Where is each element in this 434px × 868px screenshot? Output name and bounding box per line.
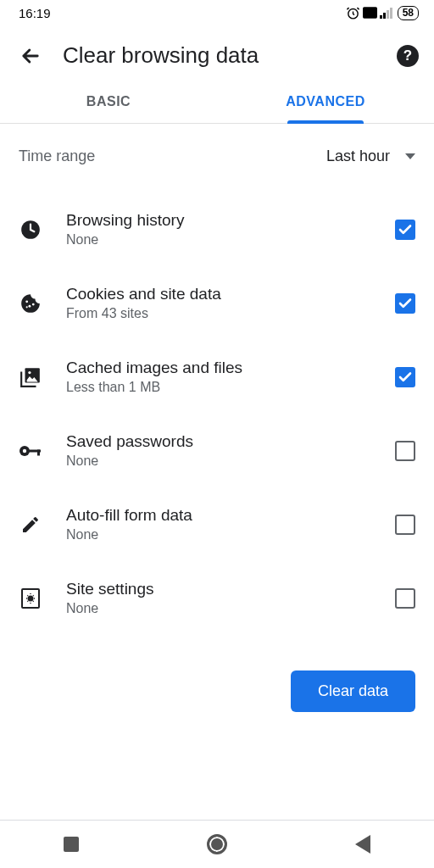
item-browsing-history[interactable]: Browsing history None	[0, 192, 434, 266]
clock-icon	[19, 219, 42, 241]
svg-point-10	[26, 306, 28, 308]
nav-recents-icon[interactable]	[64, 837, 79, 852]
svg-point-7	[25, 300, 28, 303]
svg-rect-1	[363, 7, 377, 19]
nav-home-icon[interactable]	[207, 834, 227, 854]
options-list: Browsing history None Cookies and site d…	[0, 186, 434, 642]
status-time: 16:19	[19, 6, 51, 20]
svg-point-8	[29, 304, 31, 307]
chevron-down-icon	[405, 153, 415, 159]
checkbox-autofill[interactable]	[395, 515, 415, 535]
time-range-select[interactable]: Last hour	[326, 147, 415, 165]
battery-level: 58	[403, 7, 414, 19]
volte-icon	[363, 7, 377, 19]
images-icon	[19, 366, 42, 388]
item-text: Browsing history None	[66, 211, 371, 248]
status-bar: 16:19 58	[0, 0, 434, 25]
item-title: Auto-fill form data	[66, 506, 371, 525]
clear-button-wrap: Clear data	[0, 642, 434, 712]
app-bar: Clear browsing data ?	[0, 25, 434, 82]
item-sub: Less than 1 MB	[66, 380, 371, 395]
item-cached[interactable]: Cached images and files Less than 1 MB	[0, 340, 434, 414]
time-range-label: Time range	[19, 147, 95, 165]
svg-rect-3	[383, 13, 386, 19]
item-sub: From 43 sites	[66, 306, 371, 321]
time-range-row: Time range Last hour	[0, 124, 434, 186]
svg-point-9	[32, 303, 35, 305]
nav-back-icon[interactable]	[355, 835, 370, 854]
back-icon[interactable]	[19, 44, 42, 68]
item-text: Auto-fill form data None	[66, 506, 371, 542]
item-sub: None	[66, 232, 371, 248]
item-title: Browsing history	[66, 211, 371, 230]
signal-icon	[380, 7, 394, 19]
navigation-bar	[0, 821, 434, 868]
cookie-icon	[19, 292, 42, 314]
item-title: Site settings	[66, 580, 371, 598]
checkbox-passwords[interactable]	[395, 441, 415, 461]
svg-rect-16	[37, 449, 40, 455]
alarm-icon	[346, 6, 360, 20]
item-text: Cookies and site data From 43 sites	[66, 285, 371, 321]
item-text: Saved passwords None	[66, 432, 371, 469]
item-sub: None	[66, 453, 371, 469]
svg-rect-4	[387, 10, 389, 19]
item-autofill[interactable]: Auto-fill form data None	[0, 487, 434, 561]
tab-advanced[interactable]: ADVANCED	[217, 82, 434, 123]
item-sub: None	[66, 527, 371, 542]
svg-point-18	[29, 596, 33, 600]
svg-point-14	[23, 448, 26, 452]
page-title: Clear browsing data	[63, 42, 376, 69]
item-text: Cached images and files Less than 1 MB	[66, 359, 371, 395]
tabs: BASIC ADVANCED	[0, 82, 434, 124]
item-title: Saved passwords	[66, 432, 371, 451]
item-site-settings[interactable]: Site settings None	[0, 561, 434, 635]
checkbox-site-settings[interactable]	[395, 588, 415, 609]
item-text: Site settings None	[66, 580, 371, 616]
pencil-icon	[19, 515, 42, 535]
help-icon[interactable]: ?	[397, 45, 419, 67]
checkbox-browsing-history[interactable]	[395, 220, 415, 240]
checkbox-cookies[interactable]	[395, 293, 415, 314]
clear-data-button[interactable]: Clear data	[291, 670, 415, 712]
svg-point-12	[28, 370, 31, 373]
tab-basic[interactable]: BASIC	[0, 82, 217, 123]
status-icons	[346, 6, 394, 20]
time-range-value: Last hour	[326, 147, 390, 165]
checkbox-cached[interactable]	[395, 367, 415, 387]
key-icon	[19, 442, 42, 459]
item-sub: None	[66, 601, 371, 616]
svg-rect-5	[390, 8, 392, 19]
status-right: 58	[346, 6, 419, 20]
item-title: Cookies and site data	[66, 285, 371, 303]
settings-page-icon	[19, 587, 42, 609]
battery-indicator: 58	[398, 6, 419, 20]
svg-rect-2	[380, 15, 382, 19]
item-title: Cached images and files	[66, 359, 371, 377]
item-cookies[interactable]: Cookies and site data From 43 sites	[0, 266, 434, 340]
item-passwords[interactable]: Saved passwords None	[0, 414, 434, 487]
